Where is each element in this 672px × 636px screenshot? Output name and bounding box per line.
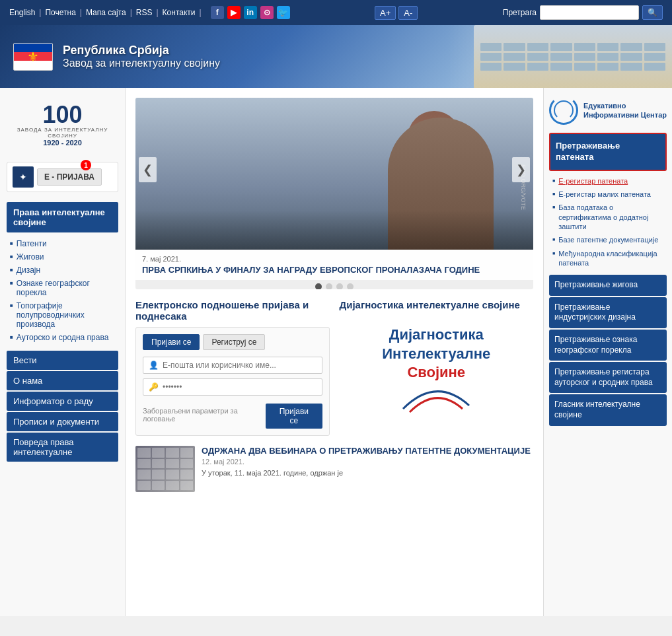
sublist-item-3[interactable]: Базе патентне документације <box>552 233 663 246</box>
password-input[interactable] <box>163 382 317 392</box>
diagnostics-logo-text: Дијагностика Интелектуалне Својине <box>350 326 524 382</box>
eic-text: Едукативно Информативни Центар <box>583 101 667 120</box>
slide-next-button[interactable]: ❯ <box>512 157 530 182</box>
republic-name: Република Србија <box>63 44 220 57</box>
diagnostics-swoosh-icon <box>396 382 476 415</box>
slide-dots <box>135 280 533 289</box>
sidebar-regulations-btn[interactable]: Прописи и документи <box>7 412 118 431</box>
sidebar-link-design[interactable]: Дизајн <box>17 265 40 275</box>
sidebar-item-patents[interactable]: Патенти <box>10 237 115 250</box>
youtube-icon[interactable]: ▶ <box>227 6 241 19</box>
dot-4[interactable] <box>347 283 354 289</box>
slide-title: ПРВА СРПКИЊА У ФИНАЛУ ЗА НАГРАДУ ЕВРОПСК… <box>142 265 527 275</box>
diagnostics-logo[interactable]: Дијагностика Интелектуалне Својине <box>340 316 534 427</box>
nav-sitemap[interactable]: Мапа сајта <box>86 8 126 17</box>
email-input[interactable] <box>163 361 317 370</box>
dot-2[interactable] <box>326 283 332 289</box>
news-text: ОДРЖАНА ДВА ВЕБИНАРА О ПРЕТРАЖИВАЊУ ПАТЕ… <box>202 446 533 492</box>
sublist-link-2[interactable]: База података о сертификатима о додатној… <box>558 203 663 231</box>
sidebar-item-topo[interactable]: Топографије полупроводничких производа <box>10 299 115 331</box>
sidebar-ip-rights-btn[interactable]: Права интелектуалне својине <box>7 202 118 232</box>
sidebar-ip-list: Патенти Жигови Дизајн Ознаке географског… <box>7 234 118 351</box>
patent-search-button[interactable]: Претраживање патената <box>549 133 667 171</box>
sublist-link-1[interactable]: Е-регистар малих патената <box>558 190 651 199</box>
twitter-icon[interactable]: 🐦 <box>277 6 290 19</box>
login-submit-button[interactable]: Пријави се <box>266 404 322 429</box>
font-decrease-button[interactable]: A- <box>398 6 418 20</box>
sidebar-item-geo[interactable]: Ознаке географског порекла <box>10 277 115 299</box>
news-date: 12. мај 2021. <box>202 458 533 466</box>
trademark-search-button[interactable]: Претраживање жигова <box>549 275 667 296</box>
top-bar: English | Почетна | Мапа сајта | RSS | К… <box>0 0 672 25</box>
instagram-icon[interactable]: ⊙ <box>260 6 274 19</box>
sidebar-item-design[interactable]: Дизајн <box>10 264 115 277</box>
news-thumb-grid <box>135 446 195 492</box>
sublist-link-3[interactable]: Базе патентне документације <box>558 235 658 244</box>
left-sidebar: 100 ЗАВОДА ЗА ИНТЕЛЕКТУАЛНУ СВОЈИНУ 1920… <box>0 88 126 616</box>
sublist-item-1[interactable]: Е-регистар малих патената <box>552 188 663 201</box>
centennial-years: 1920 - 2020 <box>12 139 113 147</box>
sep4: | <box>156 8 158 17</box>
news-excerpt: У уторак, 11. маја 2021. године, одржан … <box>202 468 533 478</box>
sidebar-link-patents[interactable]: Патенти <box>17 239 47 248</box>
tab-register[interactable]: Региструј се <box>203 334 265 350</box>
eic-logo: Едукативно Информативни Центар <box>549 96 667 125</box>
eprijava-button[interactable]: Е - ПРИЈАВА <box>37 168 102 186</box>
copyright-register-search-button[interactable]: Претраживање регистара ауторског и сродн… <box>549 362 667 393</box>
news-thumbnail <box>135 446 195 492</box>
sidebar-informator-btn[interactable]: Информатор о раду <box>7 392 118 411</box>
sidebar-item-trademarks[interactable]: Жигови <box>10 250 115 264</box>
sublist-item-4[interactable]: Међународна класификација патената <box>552 247 663 270</box>
sublist-item-0[interactable]: Е-регистар патената <box>552 174 663 188</box>
font-increase-button[interactable]: A+ <box>375 6 396 20</box>
eprijava-box[interactable]: ✦ Е - ПРИЈАВА 1 <box>7 162 118 192</box>
email-field[interactable]: 👤 <box>143 357 322 374</box>
sidebar-link-copyright[interactable]: Ауторско и сродна права <box>17 333 109 342</box>
search-label: Претрага <box>503 8 537 17</box>
slide-prev-button[interactable]: ❮ <box>139 157 157 182</box>
sep3: | <box>130 8 132 17</box>
sidebar-infringement-btn[interactable]: Повреда права интелектуалне <box>7 433 118 462</box>
diagnostics-title: Дијагностика интелектуалне својине <box>340 299 534 310</box>
search-input[interactable] <box>540 5 639 20</box>
linkedin-icon[interactable]: in <box>244 6 257 19</box>
news-title[interactable]: ОДРЖАНА ДВА ВЕБИНАРА О ПРЕТРАЖИВАЊУ ПАТЕ… <box>202 446 533 456</box>
sidebar-link-topo[interactable]: Топографије полупроводничких производа <box>17 301 115 329</box>
diag-line2: Интелектуалне <box>382 345 490 362</box>
forgot-label: Заборављени параметри за логовање <box>143 407 266 423</box>
geo-origin-search-button[interactable]: Претраживање ознака географског порекла <box>549 330 667 361</box>
facebook-icon[interactable]: f <box>211 6 224 19</box>
nav-rss[interactable]: RSS <box>136 8 153 17</box>
sidebar-link-trademarks[interactable]: Жигови <box>17 252 44 262</box>
social-icons: f ▶ in ⊙ 🐦 <box>211 6 290 19</box>
diag-line3: Својине <box>407 364 465 380</box>
nav-home[interactable]: Почетна <box>45 8 75 17</box>
nav-english[interactable]: English <box>9 8 35 17</box>
diagnostics-section: Дијагностика интелектуалне својине Дијаг… <box>340 299 534 436</box>
sep2: | <box>80 8 82 17</box>
login-form: Пријави се Региструј се 👤 🔑 Заборављени … <box>135 327 330 436</box>
eic-circle-inner <box>554 100 574 120</box>
nav-contact[interactable]: Контакти <box>163 8 196 17</box>
sidebar-about-btn[interactable]: О нама <box>7 371 118 390</box>
dot-1[interactable] <box>315 283 322 289</box>
search-area: Претрага 🔍 <box>503 5 663 20</box>
user-icon: 👤 <box>149 361 159 370</box>
slide-caption: 7. мај 2021. ПРВА СРПКИЊА У ФИНАЛУ ЗА НА… <box>135 250 533 280</box>
sidebar-news-btn[interactable]: Вести <box>7 351 118 370</box>
password-field[interactable]: 🔑 <box>143 378 322 396</box>
industrial-design-search-button[interactable]: Претраживање индустријских дизајна <box>549 297 667 328</box>
slide-image: EPO.ORG/VOTE <box>135 98 533 250</box>
tab-login[interactable]: Пријави се <box>143 334 200 350</box>
sublist-link-4[interactable]: Међународна класификација патената <box>558 249 663 268</box>
institute-name: Завод за интелектуалну својину <box>63 57 220 69</box>
sublist-item-2[interactable]: База података о сертификатима о додатној… <box>552 201 663 233</box>
top-nav: English | Почетна | Мапа сајта | RSS | К… <box>9 6 290 19</box>
dot-3[interactable] <box>336 283 343 289</box>
search-button[interactable]: 🔍 <box>642 5 663 20</box>
sidebar-item-copyright[interactable]: Ауторско и сродна права <box>10 331 115 344</box>
sublist-link-0[interactable]: Е-регистар патената <box>558 176 628 186</box>
centennial-number: 100 <box>12 103 113 127</box>
ip-gazette-button[interactable]: Гласник интелектуалне својине <box>549 394 667 425</box>
sidebar-link-geo[interactable]: Ознаке географског порекла <box>17 279 115 297</box>
